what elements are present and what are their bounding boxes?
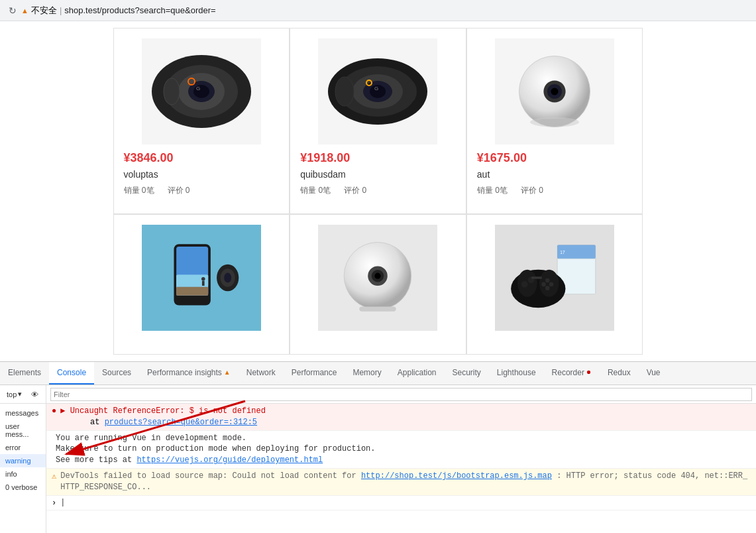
browser-chrome: ↻ ▲ 不安全 | shop.test/products?search=que&… [0,0,756,21]
url-separator: | [60,5,62,15]
product-price-3: ¥1675.00 [477,151,527,165]
product-stats-2: 销量 0笔 评价 0 [300,185,366,196]
tab-sources[interactable]: Sources [94,362,139,385]
product-card-1[interactable]: G ¥3846.00 voluptas 销量 0笔 评价 0 [113,28,290,214]
tab-console[interactable]: Console [49,362,94,385]
devtools-tabs: Elements Console Sources Performance ins… [0,362,756,385]
product-sales-2: 销量 0笔 [300,185,331,196]
devtools-panel: Elements Console Sources Performance ins… [0,361,756,533]
svg-point-21 [551,88,559,95]
sidebar-info[interactable]: info [0,467,46,481]
console-filter-input[interactable] [50,388,752,401]
products-grid: G ¥3846.00 voluptas 销量 0笔 评价 0 [113,21,643,361]
svg-point-37 [375,272,381,278]
tab-redux[interactable]: Redux [600,362,639,385]
sidebar-error[interactable]: error [0,441,46,454]
controller-svg: 17 [508,238,601,318]
sidebar-level-items: messages user mess... error warning info… [0,404,46,494]
console-main: ● ▶ Uncaught ReferenceError: $ is not de… [46,385,756,533]
svg-point-7 [226,82,237,101]
sidebar-warning[interactable]: warning [0,454,46,467]
top-label: top [7,390,17,398]
product-reviews-1: 评价 0 [168,185,190,196]
tab-security[interactable]: Security [445,362,489,385]
lens-svg-1: G [148,45,254,138]
sidebar-verbose[interactable]: 0 verbose [0,481,46,494]
reload-button[interactable]: ↻ [7,5,19,17]
sidebar-messages[interactable]: messages [0,406,46,420]
product-name-3: aut [477,169,490,180]
sourcemap-link[interactable]: http://shop.test/js/bootstrap.esm.js.map [361,471,552,481]
console-toolbar-row: top ▾ 👁 [0,385,46,404]
svg-point-49 [545,278,550,282]
product-name-2: quibusdam [300,169,346,180]
vue-guide-link[interactable]: https://vuejs.org/guide/deployment.html [136,455,323,465]
product-price-1: ¥3846.00 [124,151,174,165]
tab-network[interactable]: Network [239,362,284,385]
product-image-5 [318,225,437,331]
svg-text:G: G [374,86,378,91]
svg-point-33 [224,272,231,282]
product-card-4[interactable] [113,214,290,355]
product-card-3[interactable]: ¥1675.00 aut 销量 0笔 评价 0 [466,28,643,214]
tab-recorder[interactable]: Recorder ⏺ [544,362,600,385]
tab-application[interactable]: Application [390,362,445,385]
tab-performance-insights[interactable]: Performance insights ▲ [139,362,239,385]
svg-rect-38 [360,306,396,311]
product-reviews-2: 评价 0 [344,185,366,196]
products-area: G ¥3846.00 voluptas 销量 0笔 评价 0 [0,21,756,361]
product-image-4 [142,225,261,331]
page-wrapper: ↻ ▲ 不安全 | shop.test/products?search=que&… [0,0,756,533]
svg-point-50 [549,282,554,286]
console-cursor-line[interactable]: › | [46,496,756,510]
product-reviews-3: 评价 0 [521,185,543,196]
security-warning-label: 不安全 [31,5,57,17]
svg-text:17: 17 [560,249,565,254]
svg-point-48 [541,282,546,286]
error-text-block: ▶ Uncaught ReferenceError: $ is not defi… [60,406,751,428]
warning-text-block: DevTools failed to load source map: Coul… [60,471,751,493]
tab-lighthouse[interactable]: Lighthouse [489,362,544,385]
security-warning-icon: ▲ [21,7,28,15]
product-name-1: voluptas [124,169,158,180]
product-card-5[interactable] [290,214,466,355]
svg-rect-23 [539,119,570,123]
sidebar-user-messages[interactable]: user mess... [0,420,46,441]
tab-memory[interactable]: Memory [345,362,389,385]
console-eye-button[interactable]: 👁 [28,389,41,400]
console-filter-bar [46,385,756,404]
svg-point-6 [164,78,180,105]
phone-lens-svg [155,238,248,318]
product-image-1: G [142,38,261,145]
lens-svg-2: G [325,45,431,138]
product-image-3 [495,38,614,145]
product-card-2[interactable]: G ¥1918.00 quibusdam 销量 0笔 评价 0 [290,28,466,214]
svg-point-29 [201,277,205,281]
product-image-6: 17 [495,225,614,331]
console-cursor-text[interactable]: | [60,498,65,507]
svg-point-15 [335,77,354,106]
error-icon: ● [52,406,56,416]
top-selector[interactable]: top ▾ [4,388,25,400]
console-entry-warning: ⚠ DevTools failed to load source map: Co… [46,469,756,496]
performance-warning-icon: ▲ [224,369,231,376]
browser-url: shop.test/products?search=que&order= [64,5,215,15]
vue-info-text: You are running Vue in development mode.… [56,433,751,466]
svg-rect-52 [531,276,542,278]
console-output: ● ▶ Uncaught ReferenceError: $ is not de… [46,404,756,533]
product-stats-1: 销量 0笔 评价 0 [124,185,190,196]
tab-vue[interactable]: Vue [639,362,669,385]
tab-performance[interactable]: Performance [284,362,345,385]
tab-elements[interactable]: Elements [0,362,49,385]
error-location-link[interactable]: products?search=que&order=:312:5 [105,418,257,427]
svg-rect-30 [202,280,205,285]
product-stats-3: 销量 0笔 评价 0 [477,185,543,196]
svg-rect-28 [176,286,208,295]
devtools-sidebar: top ▾ 👁 messages user mess... error warn… [0,385,46,533]
product-sales-1: 销量 0笔 [124,185,154,196]
warning-icon: ⚠ [52,471,56,481]
product-price-2: ¥1918.00 [300,151,350,165]
svg-text:G: G [196,86,200,91]
svg-point-46 [521,280,528,287]
product-card-6[interactable]: 17 [466,214,643,355]
